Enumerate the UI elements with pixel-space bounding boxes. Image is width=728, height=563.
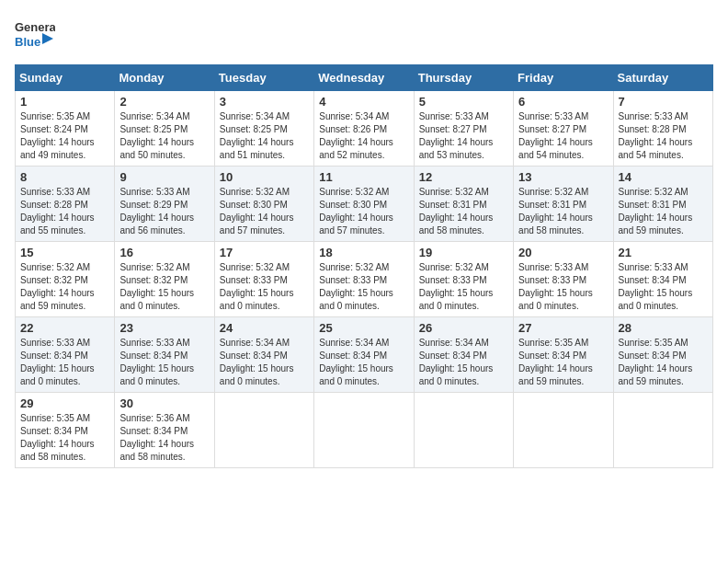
day-number: 23: [119, 321, 209, 335]
weekday-header: Sunday: [16, 65, 115, 91]
day-info: Sunrise: 5:32 AMSunset: 8:31 PMDaylight:…: [619, 186, 708, 237]
day-number: 11: [319, 170, 408, 184]
day-info: Sunrise: 5:35 AMSunset: 8:34 PMDaylight:…: [619, 337, 708, 388]
day-number: 3: [220, 95, 309, 109]
day-number: 18: [319, 246, 408, 259]
day-number: 25: [319, 321, 408, 335]
day-info: Sunrise: 5:32 AMSunset: 8:30 PMDaylight:…: [220, 186, 309, 237]
day-info: Sunrise: 5:34 AMSunset: 8:25 PMDaylight:…: [119, 110, 209, 162]
day-number: 1: [20, 95, 109, 109]
calendar-cell: 26 Sunrise: 5:34 AMSunset: 8:34 PMDaylig…: [414, 317, 513, 393]
svg-marker-1: [42, 33, 53, 44]
logo: General Blue: [15, 15, 55, 55]
day-number: 14: [619, 170, 708, 184]
calendar-cell: 9 Sunrise: 5:33 AMSunset: 8:29 PMDayligh…: [115, 167, 214, 242]
calendar-cell: 16 Sunrise: 5:32 AMSunset: 8:32 PMDaylig…: [115, 242, 214, 317]
day-number: 12: [419, 170, 508, 184]
calendar-cell: 25 Sunrise: 5:34 AMSunset: 8:34 PMDaylig…: [314, 317, 414, 393]
calendar-cell: 30 Sunrise: 5:36 AMSunset: 8:34 PMDaylig…: [115, 393, 214, 468]
day-number: 2: [119, 95, 209, 109]
day-info: Sunrise: 5:33 AMSunset: 8:27 PMDaylight:…: [419, 110, 508, 162]
day-number: 27: [518, 321, 608, 335]
calendar-cell: 29 Sunrise: 5:35 AMSunset: 8:34 PMDaylig…: [16, 393, 115, 468]
day-info: Sunrise: 5:35 AMSunset: 8:34 PMDaylight:…: [20, 412, 109, 464]
calendar-cell: 5 Sunrise: 5:33 AMSunset: 8:27 PMDayligh…: [414, 91, 513, 167]
calendar-cell: 3 Sunrise: 5:34 AMSunset: 8:25 PMDayligh…: [214, 91, 313, 167]
day-number: 13: [518, 170, 608, 184]
calendar-cell: [613, 393, 712, 468]
day-number: 6: [518, 95, 608, 109]
calendar-cell: 28 Sunrise: 5:35 AMSunset: 8:34 PMDaylig…: [613, 317, 712, 393]
calendar-week-row: 22 Sunrise: 5:33 AMSunset: 8:34 PMDaylig…: [16, 317, 713, 393]
calendar-cell: 20 Sunrise: 5:33 AMSunset: 8:33 PMDaylig…: [514, 242, 613, 317]
day-number: 21: [619, 246, 708, 259]
day-info: Sunrise: 5:32 AMSunset: 8:33 PMDaylight:…: [220, 261, 309, 313]
day-info: Sunrise: 5:32 AMSunset: 8:33 PMDaylight:…: [319, 261, 408, 313]
calendar-cell: 14 Sunrise: 5:32 AMSunset: 8:31 PMDaylig…: [613, 167, 712, 242]
day-info: Sunrise: 5:34 AMSunset: 8:34 PMDaylight:…: [419, 337, 508, 388]
calendar-week-row: 29 Sunrise: 5:35 AMSunset: 8:34 PMDaylig…: [16, 393, 713, 468]
calendar-cell: 2 Sunrise: 5:34 AMSunset: 8:25 PMDayligh…: [115, 91, 214, 167]
calendar-cell: 18 Sunrise: 5:32 AMSunset: 8:33 PMDaylig…: [314, 242, 414, 317]
weekday-header: Thursday: [414, 65, 513, 91]
day-number: 28: [619, 321, 708, 335]
day-number: 22: [20, 321, 109, 335]
calendar-cell: 13 Sunrise: 5:32 AMSunset: 8:31 PMDaylig…: [514, 167, 613, 242]
calendar-cell: 22 Sunrise: 5:33 AMSunset: 8:34 PMDaylig…: [16, 317, 115, 393]
day-info: Sunrise: 5:32 AMSunset: 8:32 PMDaylight:…: [20, 261, 109, 313]
calendar-table: SundayMondayTuesdayWednesdayThursdayFrid…: [15, 64, 713, 468]
calendar-cell: 21 Sunrise: 5:33 AMSunset: 8:34 PMDaylig…: [613, 242, 712, 317]
day-number: 10: [220, 170, 309, 184]
calendar-cell: [314, 393, 414, 468]
day-info: Sunrise: 5:33 AMSunset: 8:27 PMDaylight:…: [518, 110, 608, 162]
day-number: 20: [518, 246, 608, 259]
day-number: 24: [220, 321, 309, 335]
calendar-cell: 1 Sunrise: 5:35 AMSunset: 8:24 PMDayligh…: [16, 91, 115, 167]
calendar-week-row: 15 Sunrise: 5:32 AMSunset: 8:32 PMDaylig…: [16, 242, 713, 317]
day-info: Sunrise: 5:34 AMSunset: 8:25 PMDaylight:…: [220, 110, 309, 162]
calendar-cell: 27 Sunrise: 5:35 AMSunset: 8:34 PMDaylig…: [514, 317, 613, 393]
calendar-cell: 10 Sunrise: 5:32 AMSunset: 8:30 PMDaylig…: [214, 167, 313, 242]
day-info: Sunrise: 5:32 AMSunset: 8:31 PMDaylight:…: [518, 186, 608, 237]
calendar-week-row: 1 Sunrise: 5:35 AMSunset: 8:24 PMDayligh…: [16, 91, 713, 167]
weekday-header: Saturday: [613, 65, 712, 91]
calendar-cell: [414, 393, 513, 468]
day-info: Sunrise: 5:34 AMSunset: 8:26 PMDaylight:…: [319, 110, 408, 162]
weekday-header: Wednesday: [314, 65, 414, 91]
calendar-cell: 19 Sunrise: 5:32 AMSunset: 8:33 PMDaylig…: [414, 242, 513, 317]
day-number: 29: [20, 396, 109, 410]
page-header: General Blue: [15, 15, 713, 55]
calendar-cell: 23 Sunrise: 5:33 AMSunset: 8:34 PMDaylig…: [115, 317, 214, 393]
day-number: 16: [119, 246, 209, 259]
day-info: Sunrise: 5:36 AMSunset: 8:34 PMDaylight:…: [119, 412, 209, 464]
day-info: Sunrise: 5:34 AMSunset: 8:34 PMDaylight:…: [319, 337, 408, 388]
day-number: 15: [20, 246, 109, 259]
calendar-cell: 8 Sunrise: 5:33 AMSunset: 8:28 PMDayligh…: [16, 167, 115, 242]
day-info: Sunrise: 5:32 AMSunset: 8:32 PMDaylight:…: [119, 261, 209, 313]
day-info: Sunrise: 5:33 AMSunset: 8:29 PMDaylight:…: [119, 186, 209, 237]
calendar-cell: 11 Sunrise: 5:32 AMSunset: 8:30 PMDaylig…: [314, 167, 414, 242]
calendar-cell: 24 Sunrise: 5:34 AMSunset: 8:34 PMDaylig…: [214, 317, 313, 393]
day-info: Sunrise: 5:35 AMSunset: 8:24 PMDaylight:…: [20, 110, 109, 162]
day-info: Sunrise: 5:34 AMSunset: 8:34 PMDaylight:…: [220, 337, 309, 388]
day-info: Sunrise: 5:33 AMSunset: 8:33 PMDaylight:…: [518, 261, 608, 313]
weekday-header-row: SundayMondayTuesdayWednesdayThursdayFrid…: [16, 65, 713, 91]
day-number: 9: [119, 170, 209, 184]
day-info: Sunrise: 5:35 AMSunset: 8:34 PMDaylight:…: [518, 337, 608, 388]
day-number: 5: [419, 95, 508, 109]
weekday-header: Tuesday: [214, 65, 313, 91]
day-number: 30: [119, 396, 209, 410]
day-info: Sunrise: 5:32 AMSunset: 8:31 PMDaylight:…: [419, 186, 508, 237]
svg-text:Blue: Blue: [15, 35, 40, 49]
day-info: Sunrise: 5:32 AMSunset: 8:33 PMDaylight:…: [419, 261, 508, 313]
day-number: 26: [419, 321, 508, 335]
calendar-cell: [514, 393, 613, 468]
calendar-cell: 17 Sunrise: 5:32 AMSunset: 8:33 PMDaylig…: [214, 242, 313, 317]
day-number: 7: [619, 95, 708, 109]
logo-svg: General Blue: [15, 15, 55, 55]
calendar-cell: 15 Sunrise: 5:32 AMSunset: 8:32 PMDaylig…: [16, 242, 115, 317]
day-info: Sunrise: 5:33 AMSunset: 8:28 PMDaylight:…: [619, 110, 708, 162]
calendar-cell: 4 Sunrise: 5:34 AMSunset: 8:26 PMDayligh…: [314, 91, 414, 167]
day-number: 4: [319, 95, 408, 109]
day-info: Sunrise: 5:33 AMSunset: 8:34 PMDaylight:…: [20, 337, 109, 388]
